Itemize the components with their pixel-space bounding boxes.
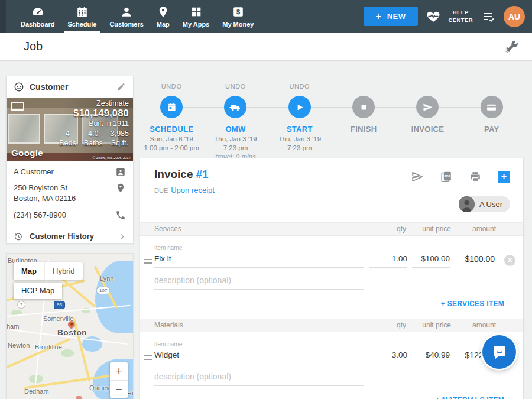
add-invoice-button[interactable] <box>498 171 510 183</box>
nav-label: Dashboard <box>21 21 54 28</box>
customer-card-header: Customer <box>7 76 133 98</box>
nav-item-schedule[interactable]: Schedule <box>61 0 103 33</box>
map-type-buttons: Map Hybrid <box>14 262 83 280</box>
new-button[interactable]: + NEW <box>364 7 417 26</box>
location-pin-icon[interactable] <box>115 183 126 193</box>
map-card[interactable]: Burlington Lynn 107 93 2 Somerville ham … <box>6 253 134 399</box>
streetview-icon[interactable] <box>11 102 24 111</box>
history-icon <box>14 232 23 241</box>
service-description-input[interactable] <box>154 273 364 290</box>
service-amount: $100.00 <box>465 254 495 264</box>
step-label: OMW <box>203 125 267 134</box>
invoice-step-button[interactable] <box>416 96 439 118</box>
sqft-stat: 3,985Sq.ft. <box>111 129 129 148</box>
drag-handle[interactable] <box>144 259 152 264</box>
zoom-in-button[interactable]: + <box>110 362 128 380</box>
add-services-item-link[interactable]: + SERVICES ITEM <box>140 299 523 319</box>
invoice-actions: PDF <box>411 170 510 183</box>
user-avatar[interactable]: AU <box>504 6 525 27</box>
finish-step-button[interactable] <box>352 96 375 118</box>
service-qty-input[interactable] <box>369 251 407 268</box>
stop-icon <box>358 101 370 113</box>
new-button-label: NEW <box>387 12 406 21</box>
contact-card-icon[interactable] <box>115 167 126 177</box>
material-description-input[interactable] <box>154 369 364 386</box>
nav-item-my-apps[interactable]: My Apps <box>176 0 216 33</box>
map-label-dedham: Dedham <box>24 388 49 395</box>
nav-item-dashboard[interactable]: Dashboard <box>14 0 61 33</box>
service-name-input[interactable] <box>154 251 364 268</box>
zestimate-value: $10,149,080 <box>59 108 129 119</box>
invoice-title: Invoice#1 <box>154 168 209 181</box>
material-line-item: Item name $122.97 <box>140 332 523 395</box>
drag-handle[interactable] <box>144 355 152 360</box>
material-unit-price-input[interactable] <box>412 348 450 364</box>
map-label-newton: Newton <box>8 342 30 349</box>
calendar-icon <box>166 101 178 113</box>
nav-item-customers[interactable]: Customers <box>103 0 150 33</box>
delete-service-item-button[interactable] <box>504 255 515 266</box>
print-icon[interactable] <box>469 170 482 183</box>
checklist-icon[interactable] <box>481 9 495 24</box>
chat-launcher-button[interactable] <box>482 335 516 369</box>
heart-pulse-icon[interactable] <box>426 9 440 24</box>
step-schedule: UNDO SCHEDULE Sun, Jan 6 '19 1:00 pm - 2… <box>140 76 203 157</box>
help-center-link[interactable]: HELP CENTER <box>449 9 473 24</box>
omw-step-button[interactable] <box>224 96 246 118</box>
undo-spacer <box>332 83 395 92</box>
undo-start-button[interactable]: UNDO <box>268 83 332 92</box>
pdf-icon[interactable]: PDF <box>440 170 453 183</box>
zoom-out-button[interactable]: − <box>110 380 128 398</box>
map-pin-icon <box>157 5 170 18</box>
job-tools-icon[interactable] <box>504 39 519 54</box>
page-title: Job <box>24 40 43 53</box>
assignee-name: A User <box>479 200 502 209</box>
send-invoice-icon[interactable] <box>411 170 424 183</box>
customer-info: A Customer 250 Boylston StBoston, MA 021… <box>7 161 133 220</box>
unit-price-column-header: unit price <box>422 223 451 235</box>
step-date: Sun, Jan 6 '19 <box>140 135 203 142</box>
pay-step-button[interactable] <box>481 96 503 118</box>
apps-grid-icon <box>190 5 203 18</box>
step-label: SCHEDULE <box>140 125 203 134</box>
send-icon <box>421 101 434 113</box>
undo-omw-button[interactable]: UNDO <box>203 83 267 92</box>
step-finish: FINISH <box>332 76 395 157</box>
step-label: PAY <box>460 125 524 134</box>
customer-history-row[interactable]: Customer History <box>7 226 133 246</box>
step-pay: PAY <box>460 76 524 157</box>
built-year: Built in 1911 <box>59 119 129 128</box>
service-unit-price-input[interactable] <box>412 251 450 268</box>
phone-icon[interactable] <box>115 210 126 220</box>
map-label-boston: Boston <box>57 328 87 337</box>
add-materials-item-link[interactable]: + MATERIALS ITEM <box>140 395 523 399</box>
schedule-step-button[interactable] <box>160 96 183 118</box>
materials-section-header: Materials qty unit price amount <box>140 319 523 332</box>
nav-item-my-money[interactable]: $ My Money <box>216 0 260 33</box>
nav-item-map[interactable]: Map <box>150 0 176 33</box>
start-step-button[interactable] <box>288 96 311 118</box>
hcp-map-button[interactable]: HCP Map <box>14 283 62 299</box>
step-omw: UNDO OMW Thu, Jan 3 '19 7:23 pm travel: … <box>203 76 267 157</box>
step-start: UNDO START Thu, Jan 3 '19 7:23 pm <box>268 76 332 157</box>
map-button[interactable]: Map <box>14 262 44 280</box>
credit-card-icon <box>485 101 498 113</box>
material-name-input[interactable] <box>154 348 364 364</box>
job-workflow-steps: UNDO SCHEDULE Sun, Jan 6 '19 1:00 pm - 2… <box>140 76 524 157</box>
help-line2: CENTER <box>449 17 473 23</box>
assignee-avatar-icon <box>459 196 475 212</box>
service-line-item: Item name $100.00 <box>140 236 523 299</box>
invoice-number[interactable]: #1 <box>196 168 208 180</box>
assignee-pill[interactable]: A User <box>459 196 510 212</box>
undo-schedule-button[interactable]: UNDO <box>140 83 203 92</box>
services-section-header: Services qty unit price amount <box>140 222 523 236</box>
due-label: DUE <box>154 187 168 194</box>
due-value-link[interactable]: Upon receipt <box>171 186 215 194</box>
route-107-badge: 107 <box>96 287 110 294</box>
materials-section-label: Materials <box>154 321 183 329</box>
edit-pencil-icon[interactable] <box>116 82 126 92</box>
hybrid-button[interactable]: Hybrid <box>44 262 83 280</box>
i93-badge: 93 <box>54 301 65 309</box>
play-icon <box>293 101 306 113</box>
material-qty-input[interactable] <box>369 348 407 364</box>
